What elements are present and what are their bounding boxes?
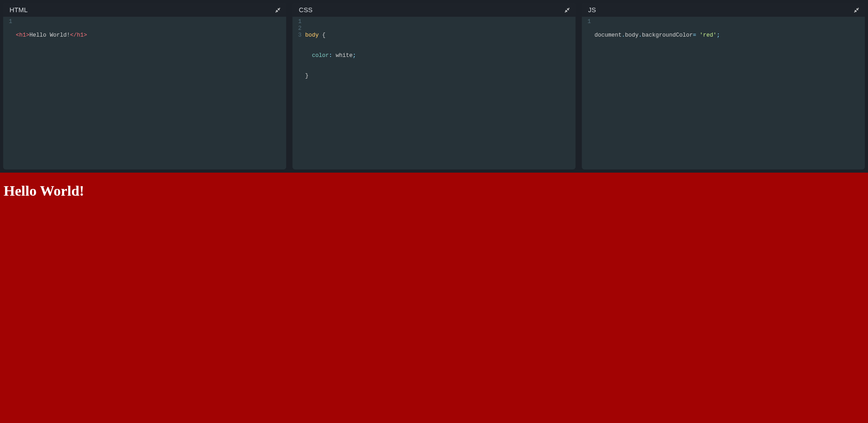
html-panel-header: HTML (3, 3, 286, 17)
token-tag: </h1> (70, 32, 87, 38)
token-ident: backgroundColor (642, 32, 693, 38)
token-ident: document (594, 32, 622, 38)
css-panel: CSS 1 2 3 body { color: white; } (292, 3, 576, 169)
css-code-editor[interactable]: 1 2 3 body { color: white; } (292, 17, 576, 169)
line-number: 1 (582, 19, 591, 25)
line-number: 2 (292, 25, 302, 32)
css-panel-title: CSS (299, 6, 312, 14)
preview-pane: Hello World! (0, 173, 868, 423)
preview-heading: Hello World! (4, 183, 864, 199)
token-string: 'red' (700, 32, 717, 38)
token-dot: . (639, 32, 642, 38)
token-property: color (305, 52, 329, 59)
token-selector: body (305, 32, 319, 38)
code-line: color: white; (305, 52, 576, 59)
code-lines: <h1>Hello World!</h1> (16, 19, 286, 169)
code-line: document.body.backgroundColor= 'red'; (594, 32, 865, 39)
js-panel-title: JS (588, 6, 596, 14)
gutter: 1 (3, 19, 16, 169)
token-text: Hello World! (29, 32, 70, 38)
code-lines: body { color: white; } (305, 19, 576, 169)
token-semicolon: ; (717, 32, 720, 38)
token-ident: body (625, 32, 639, 38)
token-brace: { (319, 32, 326, 38)
gutter: 1 2 3 (292, 19, 305, 169)
js-code-editor[interactable]: 1 document.body.backgroundColor= 'red'; (582, 17, 865, 169)
code-lines: document.body.backgroundColor= 'red'; (594, 19, 865, 169)
code-line: } (305, 73, 576, 80)
editors-row: HTML 1 <h1>Hello World!</h1> CSS 1 2 (0, 0, 868, 173)
line-number: 3 (292, 32, 302, 39)
token-value: white (336, 52, 353, 59)
token-operator: = (693, 32, 700, 38)
line-number: 1 (292, 19, 302, 25)
css-panel-header: CSS (292, 3, 576, 17)
collapse-icon[interactable] (853, 7, 859, 13)
html-code-editor[interactable]: 1 <h1>Hello World!</h1> (3, 17, 286, 169)
token-dot: . (622, 32, 625, 38)
line-number: 1 (3, 19, 12, 25)
code-line: <h1>Hello World!</h1> (16, 32, 286, 39)
js-panel-header: JS (582, 3, 865, 17)
collapse-icon[interactable] (274, 7, 281, 13)
token-brace: } (305, 73, 309, 79)
html-panel: HTML 1 <h1>Hello World!</h1> (3, 3, 286, 169)
token-tag: <h1> (16, 32, 29, 38)
code-line: body { (305, 32, 576, 39)
html-panel-title: HTML (9, 6, 28, 14)
collapse-icon[interactable] (564, 7, 570, 13)
gutter: 1 (582, 19, 594, 169)
token-semicolon: ; (353, 52, 356, 59)
token-colon: : (329, 52, 336, 59)
js-panel: JS 1 document.body.backgroundColor= 'red… (582, 3, 865, 169)
